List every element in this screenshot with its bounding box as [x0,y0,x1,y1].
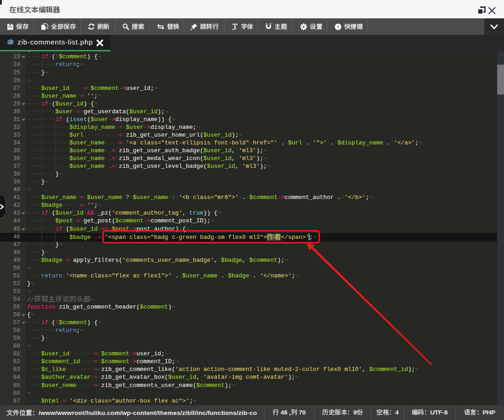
svg-text:?: ? [336,24,339,29]
